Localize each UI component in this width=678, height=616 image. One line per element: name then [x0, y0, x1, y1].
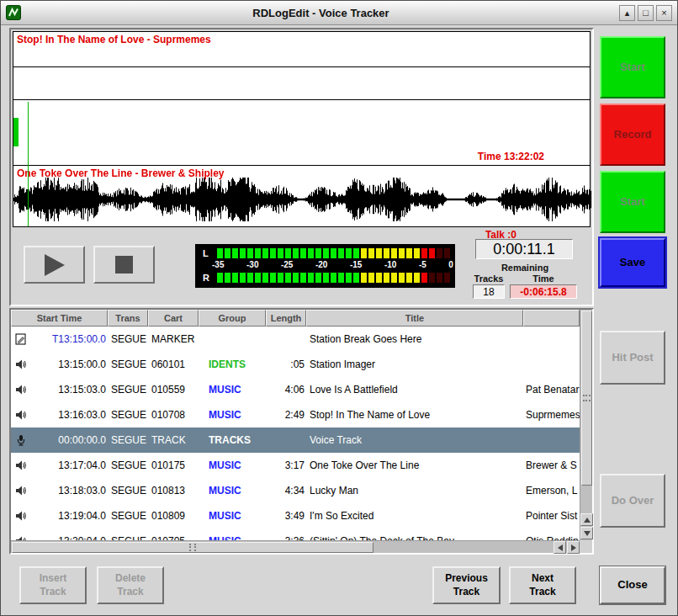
- record-button[interactable]: Record: [600, 104, 665, 166]
- meter-segment: [353, 248, 359, 258]
- meter-segment: [376, 248, 382, 258]
- cell-len: :05: [266, 352, 306, 377]
- horizontal-scrollbar[interactable]: [11, 540, 580, 553]
- tracks-remaining-value: 18: [473, 284, 505, 299]
- time-label: Time 13:22:02: [478, 151, 544, 162]
- meter-bar-right: [217, 273, 450, 283]
- table-row[interactable]: 13:16:03.0SEGUE010708MUSIC2:49Stop! In T…: [11, 402, 580, 427]
- table-row[interactable]: 00:00:00.0SEGUETRACKTRACKSVoice Track: [11, 427, 580, 453]
- cell-len: 3:17: [266, 453, 306, 478]
- hit-post-button[interactable]: Hit Post: [600, 331, 665, 385]
- grip-icon: [583, 395, 591, 401]
- cell-len: [266, 427, 306, 453]
- meter-segment: [247, 248, 253, 258]
- do-over-button[interactable]: Do Over: [600, 474, 665, 528]
- meter-segment: [353, 273, 359, 283]
- arrow-up-icon: [584, 518, 591, 523]
- column-header-group[interactable]: Group: [199, 310, 266, 327]
- maximize-icon[interactable]: □: [638, 5, 654, 21]
- cell-len: 3:36: [266, 528, 306, 540]
- meter-segment: [278, 273, 283, 283]
- meter-segment: [399, 248, 405, 258]
- cell-cart: MARKER: [148, 327, 199, 352]
- meter-segment: [444, 248, 450, 258]
- time-remaining-label: Time: [532, 273, 554, 284]
- cell-cart: 010559: [148, 377, 199, 402]
- close-button[interactable]: Close: [600, 566, 665, 604]
- horizontal-scrollbar-thumb[interactable]: [12, 542, 373, 553]
- table-row[interactable]: T13:15:00.0SEGUEMARKERStation Break Goes…: [11, 327, 580, 352]
- meter-segment: [225, 273, 230, 283]
- scroll-down-button[interactable]: [580, 527, 593, 539]
- meter-segment: [399, 273, 405, 283]
- column-header-title[interactable]: Title: [306, 310, 523, 327]
- playback-cursor[interactable]: [28, 102, 29, 226]
- tracks-label: Tracks: [474, 273, 504, 284]
- cell-title: (Sittin' On) The Dock of The Bay: [306, 528, 523, 540]
- cell-title: Lucky Man: [306, 478, 523, 503]
- meter-segment: [232, 248, 238, 258]
- remaining-label: Remaining: [462, 263, 588, 273]
- titlebar[interactable]: RDLogEdit - Voice Tracker ▴ □ ×: [1, 1, 677, 25]
- cell-cart: 060101: [148, 352, 199, 377]
- close-icon[interactable]: ×: [656, 5, 672, 21]
- insert-track-button[interactable]: Insert Track: [19, 566, 87, 604]
- start-next-button[interactable]: Start: [600, 171, 665, 233]
- scrollbar-corner: [580, 540, 592, 553]
- next-track-title: One Toke Over The Line - Brewer & Shiple…: [17, 167, 225, 179]
- cell-artist: Suprmemes: [523, 402, 580, 427]
- meter-scale-tick: -25: [281, 260, 293, 271]
- meter-segment: [240, 248, 246, 258]
- play-button[interactable]: [24, 246, 85, 284]
- previous-track-button[interactable]: Previous Track: [432, 566, 501, 604]
- cell-len: 2:49: [266, 402, 306, 427]
- vertical-scrollbar[interactable]: [580, 310, 592, 540]
- audio-meter: L -35-30-25-20-15-10-50 R: [195, 244, 455, 288]
- table-row[interactable]: 13:19:04.0SEGUE010809MUSIC3:49I'm So Exc…: [11, 503, 580, 528]
- meter-left-label: L: [203, 248, 209, 258]
- cell-len: 4:06: [266, 377, 306, 402]
- voice-tracker-window: RDLogEdit - Voice Tracker ▴ □ × Stop! In…: [0, 0, 678, 616]
- cell-trans: SEGUE: [108, 402, 148, 427]
- cell-group: MUSIC: [199, 453, 266, 478]
- meter-segment: [217, 273, 223, 283]
- table-row[interactable]: 13:20:04.0SEGUE010705MUSIC3:36(Sittin' O…: [11, 528, 580, 540]
- previous-track-pane: Stop! In The Name of Love - Suprmemes: [13, 32, 590, 100]
- meter-segment: [262, 273, 268, 283]
- waveform-display[interactable]: Stop! In The Name of Love - Suprmemes Ti…: [13, 31, 591, 227]
- meter-bar-left: [217, 248, 450, 258]
- cell-cart: 010705: [148, 528, 199, 540]
- cell-title: One Toke Over The Line: [306, 453, 523, 478]
- cell-trans: SEGUE: [108, 453, 148, 478]
- save-button[interactable]: Save: [600, 238, 665, 287]
- delete-track-button[interactable]: Delete Track: [97, 566, 164, 604]
- scroll-right-button[interactable]: [567, 541, 580, 554]
- arrow-right-icon: [571, 544, 576, 551]
- column-header-length[interactable]: Length: [266, 310, 306, 327]
- table-row[interactable]: 13:15:00.0SEGUE060101IDENTS:05Station Im…: [11, 352, 580, 377]
- scroll-left-button[interactable]: [554, 541, 566, 554]
- meter-segment: [232, 273, 238, 283]
- meter-segment: [414, 248, 420, 258]
- column-header-cart[interactable]: Cart: [148, 310, 199, 327]
- meter-segment: [376, 273, 382, 283]
- start-previous-button[interactable]: Start: [600, 36, 665, 98]
- table-row[interactable]: 13:17:04.0SEGUE010175MUSIC3:17One Toke O…: [11, 453, 580, 478]
- cell-start-time: T13:15:00.0: [11, 327, 108, 352]
- cell-group: MUSIC: [199, 528, 266, 540]
- meter-scale-tick: -15: [350, 260, 362, 271]
- meter-segment: [391, 273, 397, 283]
- stop-button[interactable]: [93, 246, 155, 284]
- vertical-scrollbar-thumb[interactable]: [581, 311, 592, 486]
- table-row[interactable]: 13:15:03.0SEGUE010559MUSIC4:06Love Is A …: [11, 377, 580, 402]
- table-row[interactable]: 13:18:03.0SEGUE010813MUSIC4:34Lucky ManE…: [11, 478, 580, 503]
- cell-group: MUSIC: [199, 377, 266, 402]
- column-header-trans[interactable]: Trans: [108, 310, 148, 327]
- column-header-artist[interactable]: [523, 310, 580, 327]
- meter-segment: [247, 273, 253, 283]
- next-track-button[interactable]: Next Track: [509, 566, 576, 604]
- scroll-up-button[interactable]: [580, 513, 593, 526]
- column-header-start-time[interactable]: Start Time: [11, 310, 108, 327]
- shade-icon[interactable]: ▴: [619, 5, 635, 21]
- meter-segment: [368, 273, 374, 283]
